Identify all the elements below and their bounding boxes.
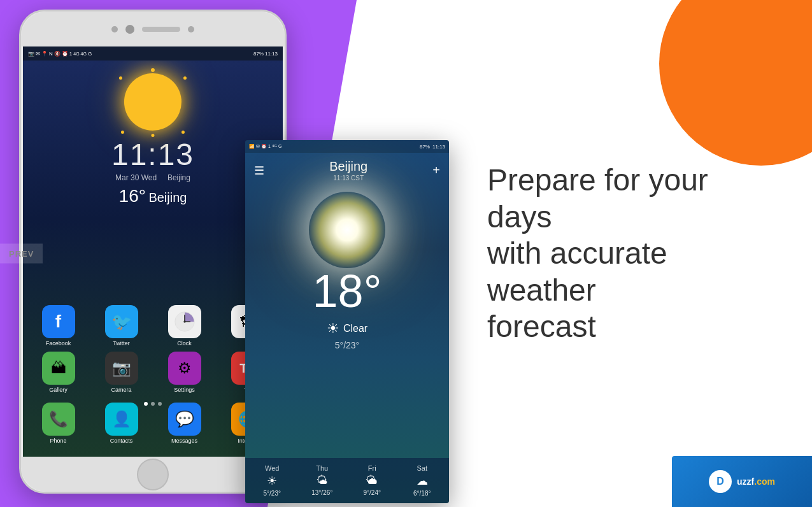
- svg-point-4: [183, 320, 185, 322]
- forecast-icon-0: ☀: [267, 474, 277, 488]
- weather-range: 5°/23°: [335, 340, 359, 350]
- facebook-label: Facebook: [46, 340, 71, 346]
- weather-temp: 18°: [313, 268, 382, 314]
- app-clock[interactable]: Clock: [155, 305, 213, 346]
- status-time: 11:13: [265, 51, 278, 57]
- forecast-temp-0: 5°/23°: [264, 490, 281, 497]
- app-gallery[interactable]: 🏔 Gallery: [29, 352, 87, 393]
- app-twitter[interactable]: 🐦 Twitter: [92, 305, 150, 346]
- forecast-fri: Fri 🌥 9°/24°: [348, 464, 396, 497]
- home-button[interactable]: [137, 459, 169, 490]
- condition-icon: ☀: [327, 320, 339, 337]
- date-text: Mar 30 Wed: [115, 173, 157, 182]
- weather-header: ☰ Beijing 11:13 CST +: [245, 153, 449, 185]
- forecast-day-1: Thu: [316, 464, 328, 472]
- home-screen: 11:13 Mar 30 Wed Beijing 16° Beijing: [23, 61, 283, 457]
- app-camera[interactable]: 📷 Camera: [92, 352, 150, 393]
- messages-label: Messages: [171, 438, 197, 444]
- weather-city-name: Beijing: [329, 159, 367, 174]
- right-text-area: Prepare for your days with accurate weat…: [487, 162, 774, 345]
- forecast-day-2: Fri: [368, 464, 376, 472]
- weather-status-icons: 📶✉⏰14GG: [249, 144, 281, 149]
- prev-button[interactable]: PREV: [0, 244, 43, 264]
- forecast-day-3: Sat: [417, 464, 427, 472]
- twitter-label: Twitter: [113, 340, 130, 346]
- weather-sun-glow: [309, 192, 385, 268]
- weather-main: 18° ☀ Clear 5°/23°: [245, 185, 449, 357]
- facebook-icon[interactable]: f: [42, 305, 75, 338]
- clock-label: Clock: [177, 340, 192, 346]
- headline-line1: Prepare for your days: [487, 163, 708, 234]
- camera-label: Camera: [111, 387, 131, 393]
- weather-battery: 87%: [420, 144, 430, 150]
- status-left-icons: 📷✉📍N🔇⏰14G4GG: [28, 51, 92, 57]
- app-settings[interactable]: ⚙ Settings: [155, 352, 213, 393]
- status-bar: 📷✉📍N🔇⏰14G4GG 87% 11:13: [23, 46, 283, 61]
- forecast-temp-2: 9°/24°: [364, 489, 381, 496]
- forecast-temp-1: 13°/26°: [311, 489, 332, 496]
- forecast-icon-1: 🌤: [317, 474, 328, 487]
- condition-text: Clear: [343, 323, 367, 334]
- menu-icon[interactable]: ☰: [254, 164, 264, 178]
- dock-phone[interactable]: 📞 Phone: [29, 403, 87, 444]
- forecast-icon-2: 🌥: [366, 474, 378, 487]
- app-dock: 📞 Phone 👤 Contacts 💬 Mes: [29, 403, 276, 444]
- sun-icon: [124, 73, 182, 131]
- contacts-label: Contacts: [110, 438, 133, 444]
- forecast-icon-3: ☁: [417, 474, 428, 488]
- add-location-icon[interactable]: +: [432, 163, 440, 178]
- phone-dock-label: Phone: [50, 438, 66, 444]
- headline-line2: with accurate weather: [487, 236, 667, 307]
- app-grid: f Facebook 🐦 Twitter: [29, 305, 276, 393]
- headline-line3: forecast: [487, 310, 596, 343]
- weather-condition: ☀ Clear: [327, 320, 367, 337]
- weather-city-info: Beijing 11:13 CST: [329, 159, 367, 182]
- sun-widget: 11:13 Mar 30 Wed Beijing 16° Beijing: [111, 73, 194, 206]
- date-display: Mar 30 Wed Beijing: [111, 173, 194, 182]
- settings-label: Settings: [174, 387, 195, 393]
- forecast-temp-3: 6°/18°: [413, 490, 431, 497]
- app-facebook[interactable]: f Facebook: [29, 305, 87, 346]
- weather-status-time: 11:13: [432, 144, 445, 150]
- weather-panel: 📶✉⏰14GG 87% 11:13 ☰ Beijing 11:13 CST + …: [245, 140, 449, 503]
- front-camera: [125, 25, 134, 34]
- forecast-bar: Wed ☀ 5°/23° Thu 🌤 13°/26° Fri 🌥 9°/24° …: [245, 458, 449, 503]
- front-sensor: [188, 26, 194, 32]
- forecast-day-0: Wed: [265, 464, 279, 472]
- logo-text-container: uzzf.com: [737, 476, 775, 487]
- weather-city-time: 11:13 CST: [329, 175, 367, 182]
- next-button[interactable]: NEXT: [769, 244, 812, 264]
- phone-app-icon[interactable]: 📞: [42, 403, 75, 436]
- contacts-icon[interactable]: 👤: [105, 403, 138, 436]
- gallery-icon[interactable]: 🏔: [42, 352, 75, 385]
- forecast-thu: Thu 🌤 13°/26°: [299, 464, 346, 497]
- clock-app-icon[interactable]: [168, 305, 201, 338]
- clock-svg-icon: [174, 311, 196, 332]
- forecast-wed: Wed ☀ 5°/23°: [248, 464, 296, 497]
- messages-icon[interactable]: 💬: [168, 403, 201, 436]
- city-text: Beijing: [167, 173, 190, 182]
- orange-decoration: [659, 0, 812, 166]
- bottom-logo: D uzzf.com: [672, 456, 812, 507]
- clock-display: 11:13: [111, 137, 194, 172]
- forecast-sat: Sat ☁ 6°/18°: [399, 464, 446, 497]
- phone-top-bar: [21, 11, 285, 46]
- settings-icon[interactable]: ⚙: [168, 352, 201, 385]
- dock-contacts[interactable]: 👤 Contacts: [92, 403, 150, 444]
- logo-icon: D: [709, 470, 732, 493]
- status-right-icons: 87% 11:13: [253, 51, 278, 57]
- phone-speaker: [142, 27, 180, 32]
- weather-status-right: 87% 11:13: [420, 144, 445, 150]
- twitter-icon[interactable]: 🐦: [105, 305, 138, 338]
- front-camera-small: [111, 26, 118, 32]
- phone-weather-temp: 16° Beijing: [111, 186, 194, 206]
- gallery-label: Gallery: [49, 387, 68, 393]
- weather-status-bar: 📶✉⏰14GG 87% 11:13: [245, 140, 449, 153]
- camera-icon[interactable]: 📷: [105, 352, 138, 385]
- phone-screen: 📷✉📍N🔇⏰14G4GG 87% 11:13: [23, 46, 283, 457]
- dock-messages[interactable]: 💬 Messages: [155, 403, 213, 444]
- battery-text: 87%: [253, 51, 264, 57]
- main-headline: Prepare for your days with accurate weat…: [487, 162, 774, 345]
